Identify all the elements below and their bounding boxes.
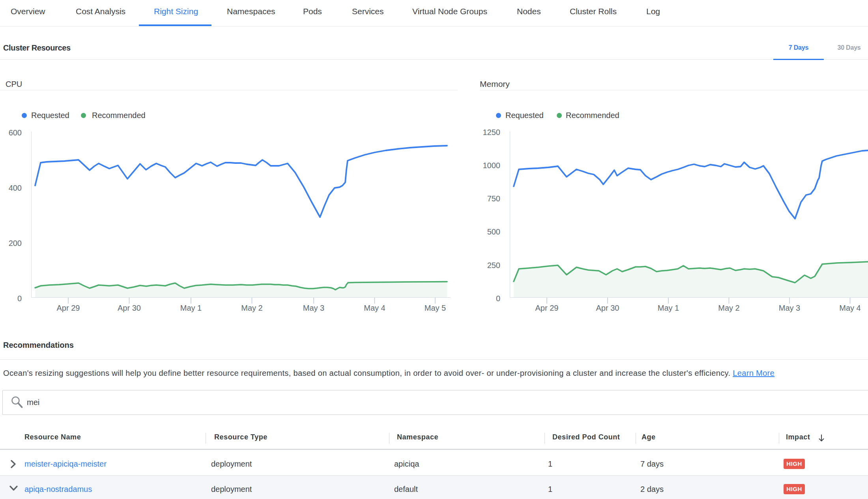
svg-text:Apr 30: Apr 30 xyxy=(596,304,619,312)
svg-text:May 5: May 5 xyxy=(425,304,446,312)
svg-text:0: 0 xyxy=(17,294,22,303)
svg-text:May 4: May 4 xyxy=(364,304,385,312)
svg-text:750: 750 xyxy=(487,194,500,203)
svg-text:Apr 29: Apr 29 xyxy=(57,304,80,312)
svg-text:200: 200 xyxy=(9,239,22,248)
svg-text:400: 400 xyxy=(9,184,22,192)
svg-text:250: 250 xyxy=(487,261,500,270)
svg-text:1000: 1000 xyxy=(483,161,501,170)
svg-text:May 3: May 3 xyxy=(779,304,800,312)
svg-text:May 3: May 3 xyxy=(303,304,324,312)
svg-text:May 1: May 1 xyxy=(658,304,679,312)
svg-text:May 2: May 2 xyxy=(241,304,262,312)
svg-text:0: 0 xyxy=(496,294,500,303)
svg-text:1250: 1250 xyxy=(483,128,501,137)
svg-text:Apr 30: Apr 30 xyxy=(118,304,141,312)
svg-text:600: 600 xyxy=(9,128,22,137)
svg-text:May 2: May 2 xyxy=(718,304,739,312)
svg-text:May 1: May 1 xyxy=(180,304,202,312)
svg-text:May 4: May 4 xyxy=(839,304,861,312)
svg-text:500: 500 xyxy=(487,227,500,236)
svg-text:Apr 29: Apr 29 xyxy=(535,304,559,312)
